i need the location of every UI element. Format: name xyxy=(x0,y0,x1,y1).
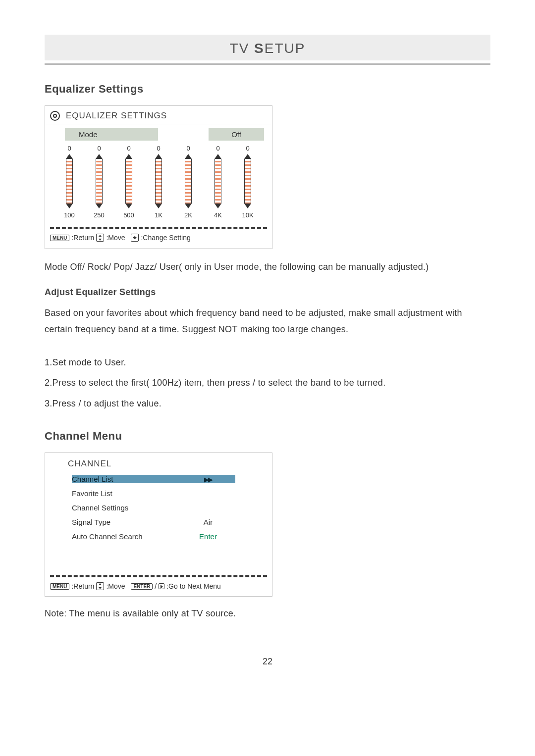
hint-move: :Move xyxy=(106,234,125,242)
title-post: ETUP xyxy=(265,41,306,56)
channel-row[interactable]: Favorite List xyxy=(68,486,257,501)
equalizer-panel: EQUALIZER SETTINGS Mode Off 010002500500… xyxy=(45,105,272,249)
menu-key-icon: MENU xyxy=(50,583,69,590)
equalizer-panel-header: EQUALIZER SETTINGS xyxy=(45,106,272,124)
channel-row[interactable]: Signal TypeAir xyxy=(68,515,257,529)
eq-slider-freq: 2K xyxy=(184,211,192,219)
arrow-up-icon[interactable] xyxy=(214,154,221,159)
arrow-down-icon[interactable] xyxy=(214,203,221,208)
channel-row-label: Signal Type xyxy=(72,518,181,526)
channel-panel: CHANNEL Channel List▶▶Favorite ListChann… xyxy=(45,453,272,597)
left-right-icon xyxy=(131,234,139,242)
forward-icon: ▶▶ xyxy=(204,476,212,483)
arrow-up-icon[interactable] xyxy=(96,154,103,159)
hint-return: :Return xyxy=(71,234,94,242)
equalizer-hints: MENU :Return :Move :Change Setting xyxy=(45,234,272,242)
eq-slider-value: 0 xyxy=(246,145,249,152)
channel-heading: Channel Menu xyxy=(45,430,490,443)
channel-hints: MENU :Return :Move ENTER / :Go to Next M… xyxy=(45,582,272,596)
channel-row[interactable]: Channel Settings xyxy=(68,501,257,515)
eq-slider-freq: 500 xyxy=(123,211,134,219)
menu-key-icon: MENU xyxy=(50,235,69,241)
arrow-up-icon[interactable] xyxy=(125,154,132,159)
eq-slider-track[interactable] xyxy=(155,159,162,203)
eq-slider-track[interactable] xyxy=(66,159,73,203)
eq-slider-250[interactable]: 0250 xyxy=(88,145,110,219)
arrow-up-icon[interactable] xyxy=(244,154,251,159)
eq-slider-value: 0 xyxy=(97,145,101,152)
equalizer-mode-value: Off xyxy=(209,128,264,141)
title-pre: TV xyxy=(230,41,255,56)
adjust-desc: Based on your favorites about which freq… xyxy=(45,305,490,338)
eq-slider-1K[interactable]: 01K xyxy=(147,145,170,219)
hint-slash: / xyxy=(155,582,157,590)
page-title-bar: TV SETUP xyxy=(45,35,490,60)
equalizer-mode-desc: Mode Off/ Rock/ Pop/ Jazz/ User( only in… xyxy=(45,259,490,275)
eq-slider-freq: 100 xyxy=(64,211,75,219)
arrow-up-icon[interactable] xyxy=(155,154,162,159)
hint-move: :Move xyxy=(106,582,125,590)
eq-slider-track[interactable] xyxy=(244,159,251,203)
channel-row-label: Channel List xyxy=(72,475,181,483)
eq-slider-track[interactable] xyxy=(125,159,132,203)
equalizer-mode-row[interactable]: Mode Off xyxy=(65,128,264,141)
arrow-down-icon[interactable] xyxy=(185,203,192,208)
hint-goto: :Go to Next Menu xyxy=(166,582,221,590)
step-1: 1.Set mode to User. xyxy=(45,354,490,371)
page-number: 22 xyxy=(45,656,490,667)
up-down-icon xyxy=(96,582,104,590)
hint-change: :Change Setting xyxy=(141,234,190,242)
arrow-down-icon[interactable] xyxy=(66,203,73,208)
step-3: 3.Press / to adjust the value. xyxy=(45,396,490,412)
channel-row-value: Enter xyxy=(181,532,235,541)
eq-slider-500[interactable]: 0500 xyxy=(117,145,140,219)
target-icon xyxy=(50,111,60,121)
equalizer-mode-label: Mode xyxy=(65,128,158,141)
title-bold: S xyxy=(254,41,265,56)
eq-slider-value: 0 xyxy=(157,145,160,152)
eq-slider-10K[interactable]: 010K xyxy=(236,145,259,219)
equalizer-sliders: 01000250050001K02K04K010K xyxy=(45,145,272,219)
eq-slider-value: 0 xyxy=(67,145,71,152)
arrow-up-icon[interactable] xyxy=(185,154,192,159)
eq-slider-freq: 10K xyxy=(242,211,253,219)
eq-slider-track[interactable] xyxy=(96,159,103,203)
adjust-heading: Adjust Equalizer Settings xyxy=(45,284,490,301)
arrow-down-icon[interactable] xyxy=(244,203,251,208)
eq-slider-4K[interactable]: 04K xyxy=(207,145,229,219)
channel-panel-title: CHANNEL xyxy=(45,453,272,472)
separator-dashes xyxy=(50,575,267,577)
channel-row-label: Auto Channel Search xyxy=(72,532,181,541)
channel-row[interactable]: Auto Channel SearchEnter xyxy=(68,529,257,544)
channel-row-label: Channel Settings xyxy=(72,504,181,512)
channel-list: Channel List▶▶Favorite ListChannel Setti… xyxy=(45,472,272,544)
eq-slider-freq: 250 xyxy=(94,211,105,219)
up-down-icon xyxy=(96,234,104,242)
eq-slider-track[interactable] xyxy=(185,159,192,203)
arrow-up-icon[interactable] xyxy=(66,154,73,159)
eq-slider-value: 0 xyxy=(186,145,190,152)
eq-slider-freq: 4K xyxy=(214,211,222,219)
eq-slider-track[interactable] xyxy=(214,159,221,203)
channel-row-value: Air xyxy=(181,518,235,526)
channel-row-value: ▶▶ xyxy=(181,475,235,483)
play-icon xyxy=(159,583,164,589)
channel-row-label: Favorite List xyxy=(72,489,181,498)
page-title: TV SETUP xyxy=(230,41,306,56)
equalizer-panel-title: EQUALIZER SETTINGS xyxy=(66,111,167,121)
equalizer-heading: Equalizer Settings xyxy=(45,83,490,96)
eq-slider-value: 0 xyxy=(216,145,219,152)
eq-slider-freq: 1K xyxy=(155,211,162,219)
hint-return: :Return xyxy=(71,582,94,590)
arrow-down-icon[interactable] xyxy=(155,203,162,208)
title-underline xyxy=(45,63,490,65)
enter-key-icon: ENTER xyxy=(131,583,153,590)
eq-slider-100[interactable]: 0100 xyxy=(58,145,81,219)
step-2: 2.Press to select the first( 100Hz) item… xyxy=(45,375,490,391)
channel-note: Note: The menu is available only at TV s… xyxy=(45,605,490,622)
arrow-down-icon[interactable] xyxy=(125,203,132,208)
eq-slider-2K[interactable]: 02K xyxy=(177,145,200,219)
channel-row[interactable]: Channel List▶▶ xyxy=(68,472,257,486)
arrow-down-icon[interactable] xyxy=(96,203,103,208)
eq-slider-value: 0 xyxy=(127,145,130,152)
